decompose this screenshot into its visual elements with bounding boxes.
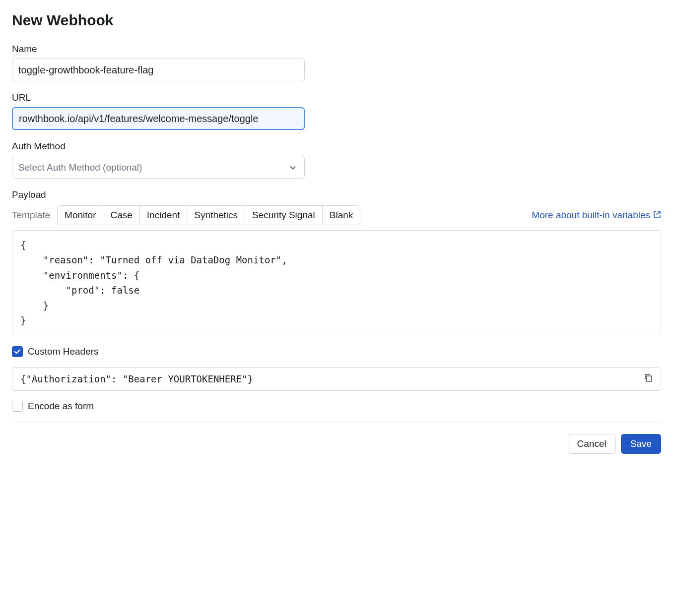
tab-blank[interactable]: Blank: [323, 206, 360, 225]
tab-case[interactable]: Case: [103, 206, 139, 225]
page-title: New Webhook: [12, 12, 661, 29]
template-tab-group: Monitor Case Incident Synthetics Securit…: [57, 205, 360, 225]
copy-icon[interactable]: [644, 373, 654, 383]
auth-method-label: Auth Method: [12, 141, 661, 152]
svg-rect-1: [646, 376, 652, 381]
tab-monitor[interactable]: Monitor: [58, 206, 103, 225]
external-link-icon: [653, 210, 661, 221]
more-variables-link[interactable]: More about built-in variables: [532, 210, 661, 221]
url-label: URL: [12, 92, 661, 103]
save-button[interactable]: Save: [621, 434, 661, 454]
cancel-button[interactable]: Cancel: [568, 434, 616, 454]
more-variables-label: More about built-in variables: [532, 210, 650, 221]
url-input[interactable]: [12, 107, 305, 130]
name-label: Name: [12, 44, 661, 55]
tab-incident[interactable]: Incident: [140, 206, 188, 225]
template-label: Template: [12, 210, 50, 221]
tab-synthetics[interactable]: Synthetics: [187, 206, 245, 225]
divider: [12, 423, 661, 423]
encode-as-form-label: Encode as form: [28, 401, 94, 412]
custom-headers-checkbox[interactable]: [12, 346, 23, 357]
tab-security-signal[interactable]: Security Signal: [245, 206, 323, 225]
encode-as-form-checkbox[interactable]: [12, 401, 23, 412]
custom-headers-input[interactable]: {"Authorization": "Bearer YOURTOKENHERE"…: [12, 367, 661, 391]
copy-icon[interactable]: [644, 237, 654, 246]
payload-label: Payload: [12, 189, 661, 200]
name-input[interactable]: [12, 59, 305, 81]
custom-headers-label: Custom Headers: [28, 346, 99, 357]
auth-method-select[interactable]: Select Auth Method (optional): [12, 156, 305, 179]
payload-code[interactable]: { "reason": "Turned off via DataDog Moni…: [12, 230, 661, 335]
